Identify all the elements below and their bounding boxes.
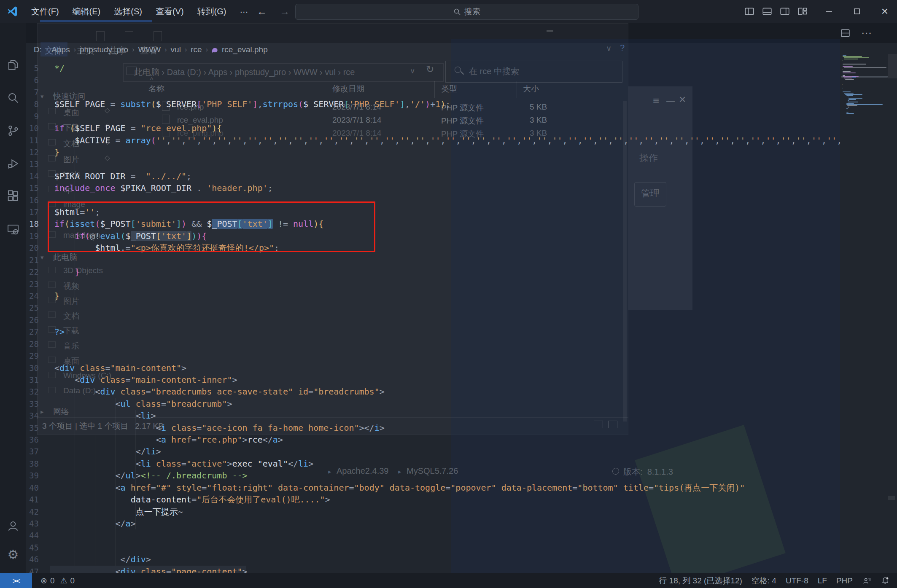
code-line[interactable]: 28 — [0, 338, 897, 350]
code-line[interactable]: 29 — [0, 350, 897, 362]
encoding-status[interactable]: UTF-8 — [786, 576, 808, 585]
code-line[interactable]: 26 — [0, 314, 897, 326]
code-line[interactable]: 24} — [0, 290, 897, 302]
code-text: } — [54, 266, 80, 278]
code-line[interactable]: 34 <li> — [0, 410, 897, 422]
annotation-red-box — [48, 201, 375, 252]
code-line[interactable]: 23 — [0, 278, 897, 290]
code-line[interactable]: 31 <div class="main-content-inner"> — [0, 374, 897, 386]
code-text: <li class="active">exec "eval"</li> — [54, 458, 313, 470]
code-text: <a href="#" style="float:right" data-con… — [54, 482, 745, 494]
code-line[interactable]: 10if ($SELF_PAGE = "rce_evel.php"){ — [0, 122, 897, 134]
code-line[interactable]: 11 $ACTIVE = array('','','','','','','',… — [0, 134, 897, 146]
notifications-bell-icon[interactable] — [881, 576, 890, 585]
statusbar-right: 行 18, 列 32 (已选择12) 空格: 4 UTF-8 LF PHP — [659, 573, 890, 588]
code-line[interactable]: 40 <a href="#" style="float:right" data-… — [0, 482, 897, 494]
code-text: <li> — [54, 410, 156, 422]
warning-icon: ⚠ — [60, 576, 67, 585]
code-line[interactable]: 21 — [0, 254, 897, 266]
language-mode[interactable]: PHP — [836, 576, 853, 585]
warning-count: 0 — [70, 576, 75, 585]
error-icon: ⊗ — [40, 576, 47, 585]
code-line[interactable]: 46 </div> — [0, 553, 897, 565]
code-text: if ($SELF_PAGE = "rce_evel.php"){ — [54, 122, 222, 134]
code-line[interactable]: 33 <ul class="breadcrumb"> — [0, 398, 897, 410]
code-line[interactable]: 44 — [0, 529, 897, 541]
code-text: <div class="breadcrumbs ace-save-state" … — [54, 386, 385, 397]
code-text: $PIKA_ROOT_DIR = "../../"; — [54, 170, 191, 182]
code-text: <a href="rce.php">rce</a> — [54, 434, 283, 446]
code-line[interactable]: 8$SELF_PAGE = substr($_SERVER['PHP_SELF'… — [0, 98, 897, 110]
vscode-window: 文件主页共享查看∨?此电脑 › Data (D:) › Apps › phpst… — [0, 0, 897, 588]
remote-explorer-icon[interactable] — [0, 223, 26, 236]
code-text: $SELF_PAGE = substr($_SERVER['PHP_SELF']… — [54, 98, 450, 110]
code-line[interactable]: 32 <div class="breadcrumbs ace-save-stat… — [0, 386, 897, 397]
code-line[interactable]: 5*/ — [0, 62, 897, 74]
code-line[interactable]: 45 — [0, 542, 897, 553]
code-line[interactable]: 6 — [0, 74, 897, 86]
eol-status[interactable]: LF — [818, 576, 827, 585]
code-text: </a> — [54, 518, 136, 529]
code-line[interactable]: 30<div class="main-content"> — [0, 362, 897, 374]
cursor-position[interactable]: 行 18, 列 32 (已选择12) — [659, 575, 742, 586]
search-view-icon[interactable] — [0, 91, 26, 105]
code-text: } — [54, 290, 59, 302]
code-text: include_once $PIKA_ROOT_DIR . 'header.ph… — [54, 182, 273, 194]
code-line[interactable]: 13 — [0, 158, 897, 170]
code-text: ?> — [54, 326, 65, 338]
code-text: </div> — [54, 553, 151, 565]
code-text: <i class="ace-icon fa fa-home home-icon"… — [54, 422, 385, 434]
code-line[interactable]: 38 <li class="active">exec "eval"</li> — [0, 458, 897, 470]
code-line[interactable]: 12} — [0, 146, 897, 158]
code-line[interactable]: 27?> — [0, 326, 897, 338]
status-bar: >< ⊗ 0 ⚠ 0 行 18, 列 32 (已选择12) 空格: 4 UTF-… — [0, 573, 897, 588]
minimap[interactable] — [841, 47, 897, 573]
code-text: </ul><!-- /.breadcrumb --> — [54, 470, 248, 481]
code-text: data-content="后台不会使用了eval()吧...."> — [54, 494, 330, 505]
code-line[interactable]: 41 data-content="后台不会使用了eval()吧...."> — [0, 494, 897, 505]
source-control-icon[interactable] — [0, 124, 26, 137]
code-text: $ACTIVE = array('','','','','','','','',… — [54, 134, 842, 146]
extensions-icon[interactable] — [0, 190, 26, 203]
activity-bar: ⚙ — [0, 23, 26, 573]
code-text: </li> — [54, 446, 161, 457]
code-line[interactable]: 36 <a href="rce.php">rce</a> — [0, 434, 897, 446]
code-line[interactable]: 35 <i class="ace-icon fa fa-home home-ic… — [0, 422, 897, 434]
code-line[interactable]: 7 — [0, 86, 897, 98]
code-line[interactable]: 43 </a> — [0, 518, 897, 529]
remote-indicator[interactable]: >< — [0, 573, 32, 588]
code-text: <ul class="breadcrumb"> — [54, 398, 232, 410]
code-text: 点一下提示~ — [54, 506, 183, 518]
indentation-status[interactable]: 空格: 4 — [752, 575, 776, 586]
code-text: */ — [54, 62, 65, 74]
code-line[interactable]: 9 — [0, 110, 897, 122]
explorer-icon[interactable] — [0, 58, 26, 72]
problems-status[interactable]: ⊗ 0 ⚠ 0 — [40, 573, 75, 588]
code-text: <div class="main-content-inner"> — [54, 374, 237, 386]
feedback-icon[interactable] — [862, 576, 871, 585]
error-count: 0 — [50, 576, 55, 585]
code-line[interactable]: 39 </ul><!-- /.breadcrumb --> — [0, 470, 897, 481]
accounts-icon[interactable] — [0, 519, 26, 533]
code-line[interactable]: 14$PIKA_ROOT_DIR = "../../"; — [0, 170, 897, 182]
code-line[interactable]: 25 — [0, 302, 897, 314]
code-text: <div class="main-content"> — [54, 362, 186, 374]
code-line[interactable]: 15include_once $PIKA_ROOT_DIR . 'header.… — [0, 182, 897, 194]
editor-code-area[interactable]: 5*/678$SELF_PAGE = substr($_SERVER['PHP_… — [0, 0, 897, 588]
code-line[interactable]: 37 </li> — [0, 446, 897, 457]
settings-gear-icon[interactable]: ⚙ — [0, 547, 26, 562]
code-text: } — [54, 146, 59, 158]
run-debug-icon[interactable] — [0, 157, 26, 170]
code-line[interactable]: 42 点一下提示~ — [0, 506, 897, 518]
code-line[interactable]: 22 } — [0, 266, 897, 278]
